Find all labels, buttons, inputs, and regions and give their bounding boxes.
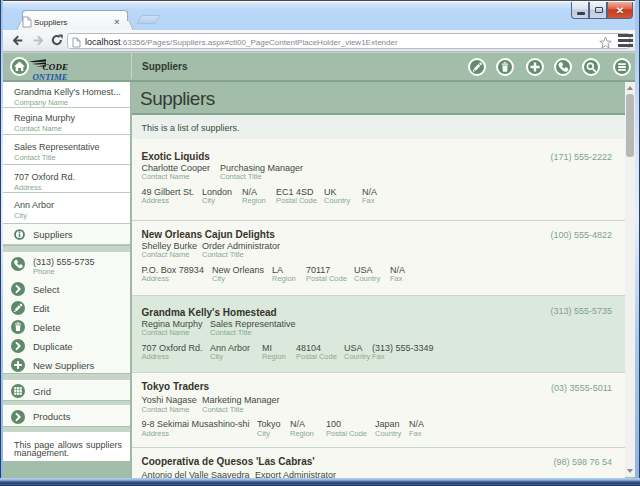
svg-text:CODE: CODE — [43, 61, 69, 71]
svg-text:ONTIME: ONTIME — [33, 71, 68, 81]
